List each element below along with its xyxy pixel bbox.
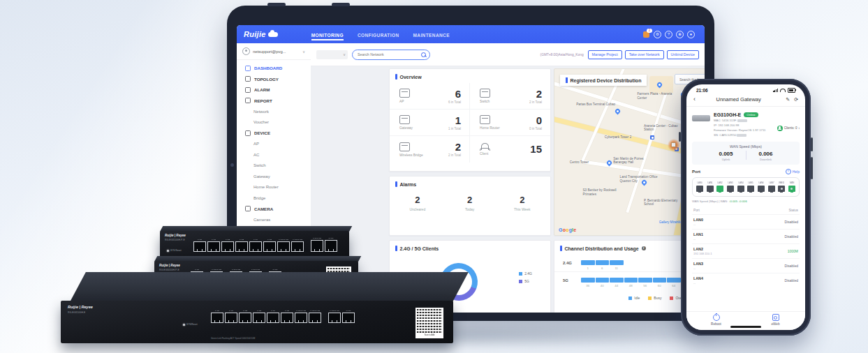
- sidebar-item[interactable]: Voucher: [237, 117, 311, 128]
- sidebar-item[interactable]: REPORT: [237, 96, 311, 107]
- legend-item: Idle: [628, 296, 640, 300]
- timezone-label: (GMT+8:00)Asia/Hong_Kong: [540, 53, 584, 57]
- channel-cell: 11: [610, 260, 624, 270]
- menu-item[interactable]: MONITORING: [311, 27, 344, 42]
- toolbar-button[interactable]: Take over Network: [625, 50, 664, 59]
- sidebar-item-icon: [245, 66, 251, 71]
- home-indicator[interactable]: [730, 326, 761, 328]
- wifi-icon: [780, 89, 786, 92]
- refresh-icon[interactable]: ⟳: [794, 97, 798, 103]
- navbar-icon[interactable]: ●: [687, 31, 695, 38]
- sidebar-item[interactable]: Cameras: [237, 214, 311, 225]
- sidebar-item-icon: [245, 206, 251, 211]
- menu-item[interactable]: MAINTENANCE: [413, 27, 450, 42]
- band-label: 5G: [563, 278, 581, 283]
- channel-segment[interactable]: [653, 278, 667, 283]
- clients-chip[interactable]: Clients: 0 ›: [777, 119, 800, 137]
- port-status-icon: WAN: [787, 181, 797, 192]
- sidebar-item[interactable]: DEVICE: [237, 128, 311, 139]
- port-status-icon: WAN1: [777, 181, 786, 192]
- sidebar-item[interactable]: Gateway: [237, 171, 311, 182]
- sidebar-item[interactable]: CAMERA: [237, 204, 311, 215]
- table-row: LAN0 -- Disabled: [692, 214, 800, 229]
- sidebar-item[interactable]: TOPOLOGY: [237, 74, 311, 85]
- sidebar-item[interactable]: Switch: [237, 160, 311, 172]
- sidebar-item[interactable]: ALARM: [237, 84, 311, 96]
- channel-segment[interactable]: [667, 278, 681, 283]
- ethernet-port: LAN6/WAN3: [295, 309, 307, 323]
- map-place-label: Farmers Plaza - Araneta Center: [638, 92, 679, 100]
- overview-stat[interactable]: Wireless Bridge 2 2 in Total: [390, 136, 470, 163]
- channel-segment[interactable]: [610, 260, 624, 265]
- ethernet-port: LAN0: [193, 238, 206, 252]
- phone-power-button: [679, 132, 681, 142]
- map-place-label: Gallery Mirahlila: [659, 220, 682, 224]
- navbar-icon[interactable]: ⚙: [654, 31, 661, 38]
- device-type-icon: [480, 115, 490, 124]
- ethernet-port: LAN7/WAN2: [291, 238, 304, 252]
- user-avatar-icon: [242, 47, 250, 55]
- overview-stat[interactable]: Switch 2 2 in Total: [470, 83, 550, 110]
- sys-led: SYS Reset: [167, 249, 182, 252]
- channel-segment[interactable]: [596, 278, 610, 283]
- alarm-stat[interactable]: 2 Today: [465, 195, 474, 211]
- port-status-icon: LAN1: [705, 181, 715, 192]
- sidebar-item[interactable]: AP: [237, 139, 311, 150]
- hw-brand-label: Ruijie | Reyee: [159, 264, 180, 267]
- channel-segment[interactable]: [596, 260, 610, 265]
- alarms-panel: Alarms 2 Uncleared 2 Today 2 This Week: [389, 176, 551, 236]
- ethernet-port: LAN6/WAN3: [277, 238, 290, 252]
- wan-speed-block: WAN Speed (Mbps) 0.005 Uplink 0.006 Down…: [692, 142, 800, 165]
- alarm-stat[interactable]: 2 This Week: [514, 195, 531, 211]
- notification-icon[interactable]: 2: [643, 31, 649, 38]
- legend-swatch: [628, 296, 632, 300]
- sidebar-item[interactable]: Home Router: [237, 182, 311, 193]
- gateway-mac: MAC: 5416.513F.: [714, 119, 774, 122]
- overview-stat[interactable]: Home Router 0 0 in Total: [470, 110, 550, 136]
- ethernet-port: LAN0: [211, 309, 223, 323]
- google-logo: Google: [559, 227, 576, 232]
- channel-cell: 64: [667, 278, 681, 287]
- sidebar-item[interactable]: Bridge: [237, 193, 311, 204]
- hw-model-label: RG-EG310GH-P-E: [165, 239, 185, 241]
- overview-title: Overview: [390, 69, 550, 83]
- help-link[interactable]: ?Help: [786, 169, 800, 174]
- overview-stat[interactable]: AP 6 6 in Total: [390, 83, 470, 110]
- sidebar-item[interactable]: Network: [237, 106, 311, 117]
- channel-segment[interactable]: [610, 278, 624, 283]
- overview-stat[interactable]: Gateway 1 1 in Total: [390, 110, 470, 136]
- navbar-icon[interactable]: ?: [665, 31, 672, 38]
- sidebar-item[interactable]: DASHBOARD: [237, 63, 311, 74]
- menu-item[interactable]: CONFIGURATION: [358, 27, 399, 42]
- status-bar: 21:06: [686, 84, 805, 94]
- uplink-value: 0.005: [707, 151, 746, 157]
- ethernet-port: LAN7/WAN2: [309, 309, 321, 323]
- sidebar-item-icon: [245, 98, 251, 103]
- channel-segment[interactable]: [638, 278, 652, 283]
- edit-icon[interactable]: ✎: [786, 97, 790, 103]
- sidebar-item[interactable]: AC: [237, 149, 311, 160]
- toolbar-button[interactable]: Unbind Device: [667, 50, 699, 59]
- channel-segment[interactable]: [581, 278, 595, 283]
- channel-segment[interactable]: [581, 260, 595, 265]
- transit-station-icon[interactable]: [650, 135, 654, 140]
- gateway-firmware: Firmware Version: ReyeeOS 1.97.1711: [714, 128, 774, 132]
- account-selector[interactable]: netsupport@pvg... ∨: [237, 43, 311, 60]
- map-place-label: Partas Bus Terminal Cubao: [576, 103, 615, 106]
- channel-cell: 48: [624, 278, 638, 287]
- network-search[interactable]: [352, 50, 430, 60]
- navbar-icon[interactable]: ⊕: [676, 31, 684, 38]
- info-icon[interactable]: i: [642, 246, 646, 250]
- alarm-stat[interactable]: 2 Uncleared: [409, 195, 425, 211]
- search-input[interactable]: [356, 52, 419, 57]
- port-legend-text: Green:Link Flashing:ACT Speed:1000/100/1…: [211, 337, 255, 340]
- toolbar-button[interactable]: Manage Project: [588, 50, 622, 59]
- port-status-icon: LAN0: [695, 181, 705, 192]
- project-selector[interactable]: ∨: [316, 50, 348, 59]
- ethernet-port: LAN/WAN1: [311, 236, 323, 252]
- overview-stat[interactable]: Client 15: [470, 136, 550, 163]
- map-pin[interactable]: [615, 108, 621, 115]
- channel-cell: 6: [596, 260, 610, 270]
- table-row: LAN3 -- Disabled: [692, 258, 800, 273]
- channel-segment[interactable]: [624, 278, 638, 283]
